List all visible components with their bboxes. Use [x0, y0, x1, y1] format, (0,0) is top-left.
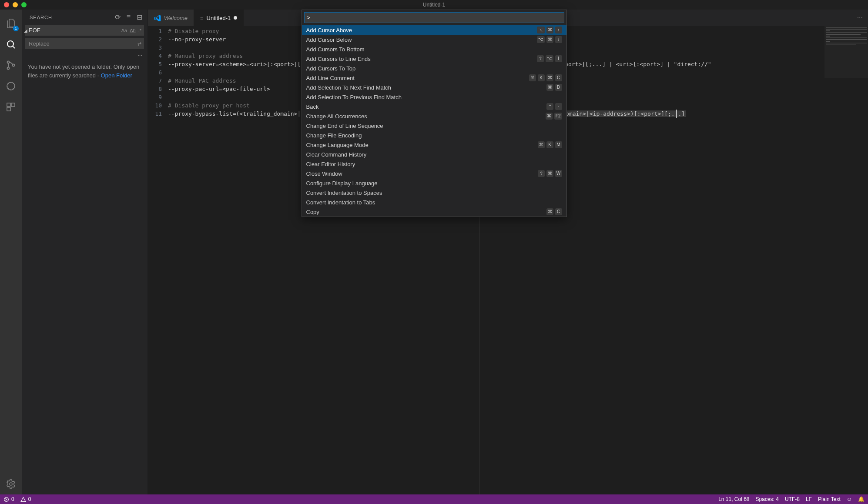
regex-icon[interactable]: .*	[137, 28, 142, 33]
key: M	[555, 141, 562, 148]
svg-point-2	[7, 67, 10, 70]
status-language[interactable]: Plain Text	[818, 496, 841, 502]
debug-activity[interactable]	[0, 76, 21, 97]
palette-item[interactable]: Add Selection To Next Find Match⌘D	[302, 83, 566, 92]
minimize-window-dot[interactable]	[13, 2, 18, 7]
palette-item-label: Change File Encoding	[306, 132, 362, 139]
close-window-dot[interactable]	[4, 2, 9, 7]
palette-item-keys: ⇧⌘W	[538, 170, 562, 177]
key: K	[538, 74, 545, 81]
palette-item[interactable]: Convert Indentation to Tabs	[302, 197, 566, 207]
key: W	[555, 170, 562, 177]
palette-item-label: Add Selection To Previous Find Match	[306, 94, 402, 100]
palette-item-label: Convert Indentation to Spaces	[306, 190, 382, 196]
palette-item-label: Add Cursors To Bottom	[306, 46, 365, 53]
command-palette-input[interactable]	[304, 12, 564, 23]
replace-all-icon[interactable]: ⇄	[137, 41, 142, 47]
warning-icon	[20, 497, 26, 502]
status-indent[interactable]: Spaces: 4	[756, 496, 779, 502]
vscode-icon	[154, 14, 161, 21]
toggle-details-icon[interactable]: ···	[22, 52, 147, 58]
svg-point-0	[7, 41, 13, 47]
search-activity[interactable]	[0, 34, 21, 55]
svg-rect-6	[11, 103, 15, 107]
status-position[interactable]: Ln 11, Col 68	[718, 496, 749, 502]
key: ⌃	[546, 103, 553, 110]
palette-item[interactable]: Add Cursor Below⌥⌘↓	[302, 35, 566, 44]
svg-rect-5	[7, 103, 10, 107]
key: C	[555, 208, 562, 215]
key: ⌘	[546, 208, 553, 215]
palette-item[interactable]: Change File Encoding	[302, 130, 566, 140]
palette-item-label: Back	[306, 103, 319, 110]
more-actions-icon[interactable]: ···	[857, 14, 863, 22]
palette-item-keys: ⌘F2	[546, 113, 562, 120]
status-encoding[interactable]: UTF-8	[785, 496, 800, 502]
palette-item-label: Add Cursors to Line Ends	[306, 56, 371, 62]
text-cursor	[676, 110, 677, 118]
open-folder-link[interactable]: Open Folder	[101, 72, 132, 79]
palette-item[interactable]: Add Cursors To Bottom	[302, 44, 566, 54]
key: ⌥	[537, 36, 545, 43]
key: ⌘	[546, 84, 553, 91]
collapse-icon[interactable]: ⊟	[137, 13, 142, 21]
key: ⌥	[537, 27, 545, 33]
palette-item-label: Change Language Mode	[306, 142, 369, 148]
status-errors[interactable]: 0	[3, 496, 14, 502]
palette-item-keys: ⌘D	[546, 84, 562, 91]
command-palette-list: Add Cursor Above⌥⌘↑Add Cursor Below⌥⌘↓Ad…	[302, 25, 566, 217]
status-eol[interactable]: LF	[806, 496, 812, 502]
dirty-indicator-icon	[234, 16, 237, 20]
palette-item-label: Change All Occurrences	[306, 113, 367, 120]
key: F2	[554, 113, 562, 120]
palette-item[interactable]: Change All Occurrences⌘F2	[302, 111, 566, 121]
palette-item-label: Copy	[306, 209, 319, 215]
status-warnings[interactable]: 0	[20, 496, 31, 502]
key: ↓	[555, 36, 562, 43]
tab-welcome[interactable]: Welcome	[148, 10, 194, 26]
palette-item[interactable]: Change Language Mode⌘KM	[302, 140, 566, 150]
palette-item[interactable]: Configure Display Language	[302, 178, 566, 188]
key: ⌘	[529, 74, 536, 81]
bell-icon[interactable]: 🔔	[858, 496, 865, 502]
command-palette: Add Cursor Above⌥⌘↑Add Cursor Below⌥⌘↓Ad…	[302, 10, 567, 217]
palette-item-label: Clear Editor History	[306, 161, 355, 167]
refresh-icon[interactable]: ⟳	[115, 13, 121, 21]
palette-item[interactable]: Add Cursors To Top	[302, 63, 566, 73]
key: ⇧	[538, 170, 545, 177]
error-icon	[3, 497, 9, 502]
explorer-activity[interactable]: 1	[0, 13, 21, 34]
palette-item[interactable]: Close Window⇧⌘W	[302, 169, 566, 178]
palette-item[interactable]: Change End of Line Sequence	[302, 121, 566, 130]
feedback-icon[interactable]: ☺	[847, 496, 852, 502]
palette-item-label: Configure Display Language	[306, 180, 378, 187]
status-bar: 0 0 Ln 11, Col 68 Spaces: 4 UTF-8 LF Pla…	[0, 494, 868, 504]
key: -	[555, 103, 562, 110]
titlebar: Untitled-1	[0, 0, 868, 10]
palette-item[interactable]: Add Cursor Above⌥⌘↑	[302, 25, 566, 35]
palette-item[interactable]: Clear Command History	[302, 150, 566, 159]
palette-item[interactable]: Add Selection To Previous Find Match	[302, 92, 566, 102]
palette-item[interactable]: Convert Indentation to Spaces	[302, 188, 566, 197]
sidebar-actions: ⟳ ≡ ⊟	[115, 13, 142, 21]
scm-activity[interactable]	[0, 55, 21, 76]
source-control-icon	[6, 60, 16, 70]
match-case-icon[interactable]: Aa	[121, 28, 128, 33]
gear-icon	[6, 479, 16, 489]
palette-item[interactable]: Add Cursors to Line Ends⇧⌥I	[302, 54, 566, 63]
search-toggle-icon[interactable]: ◢	[24, 28, 27, 33]
settings-activity[interactable]	[0, 474, 21, 494]
whole-word-icon[interactable]: Ab	[129, 28, 136, 33]
sidebar-header: SEARCH ⟳ ≡ ⊟	[22, 10, 147, 25]
palette-item[interactable]: Clear Editor History	[302, 159, 566, 169]
tab-untitled[interactable]: ≡ Untitled-1	[194, 10, 244, 26]
replace-input[interactable]	[25, 38, 144, 49]
zoom-window-dot[interactable]	[21, 2, 27, 7]
clear-icon[interactable]: ≡	[127, 13, 131, 21]
palette-item[interactable]: Back⌃-	[302, 102, 566, 111]
palette-item-keys: ⌘C	[546, 208, 562, 215]
palette-item[interactable]: Add Line Comment⌘K⌘C	[302, 73, 566, 83]
tab-untitled-label: Untitled-1	[207, 15, 231, 21]
palette-item[interactable]: Copy⌘C	[302, 207, 566, 217]
extensions-activity[interactable]	[0, 97, 21, 117]
